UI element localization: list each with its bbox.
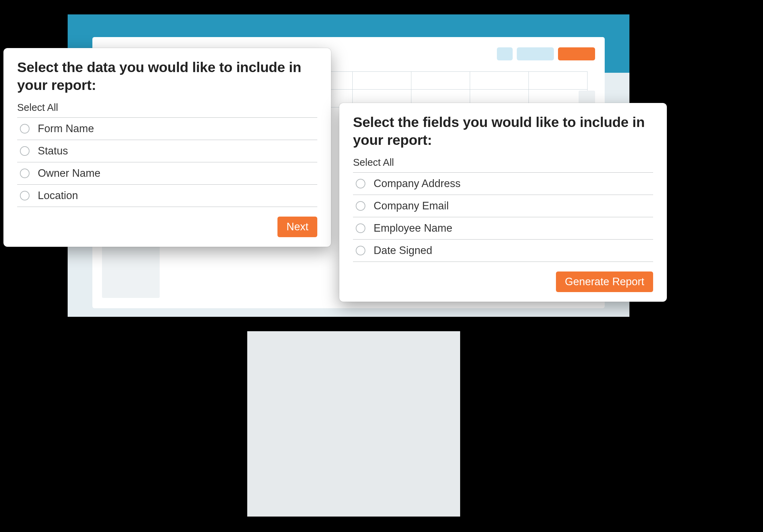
option-label: Form Name [38, 123, 94, 135]
option-location[interactable]: Location [17, 184, 317, 207]
radio-icon [20, 146, 30, 156]
radio-icon [20, 191, 30, 200]
panel-toolbar [497, 47, 595, 60]
generate-report-button[interactable]: Generate Report [556, 271, 653, 292]
dialog-actions: Next [17, 217, 317, 237]
option-company-address[interactable]: Company Address [353, 172, 653, 195]
option-label: Status [38, 145, 68, 157]
option-status[interactable]: Status [17, 140, 317, 162]
option-label: Company Email [374, 200, 449, 212]
radio-icon [20, 124, 30, 134]
option-form-name[interactable]: Form Name [17, 117, 317, 140]
toolbar-placeholder-wide [517, 47, 554, 60]
dialog-title: Select the data you would like to includ… [17, 58, 317, 94]
option-label: Location [38, 189, 78, 202]
radio-icon [356, 179, 365, 188]
monitor-stand [247, 331, 460, 517]
option-list: Form Name Status Owner Name Location [17, 117, 317, 207]
radio-icon [356, 201, 365, 211]
option-date-signed[interactable]: Date Signed [353, 239, 653, 262]
dialog-actions: Generate Report [353, 271, 653, 292]
option-label: Owner Name [38, 167, 101, 180]
select-data-dialog: Select the data you would like to includ… [3, 48, 331, 247]
option-employee-name[interactable]: Employee Name [353, 217, 653, 239]
dialog-title: Select the fields you would like to incl… [353, 113, 653, 149]
option-label: Employee Name [374, 222, 452, 234]
option-label: Company Address [374, 177, 460, 190]
radio-icon [356, 223, 365, 233]
select-all-label[interactable]: Select All [17, 102, 317, 117]
option-owner-name[interactable]: Owner Name [17, 162, 317, 184]
option-list: Company Address Company Email Employee N… [353, 172, 653, 262]
radio-icon [356, 246, 365, 255]
next-button[interactable]: Next [277, 217, 317, 237]
toolbar-placeholder-square [497, 47, 513, 60]
option-company-email[interactable]: Company Email [353, 195, 653, 217]
radio-icon [20, 169, 30, 178]
option-label: Date Signed [374, 244, 432, 257]
toolbar-action-button[interactable] [558, 47, 595, 60]
select-fields-dialog: Select the fields you would like to incl… [339, 103, 667, 302]
select-all-label[interactable]: Select All [353, 157, 653, 172]
